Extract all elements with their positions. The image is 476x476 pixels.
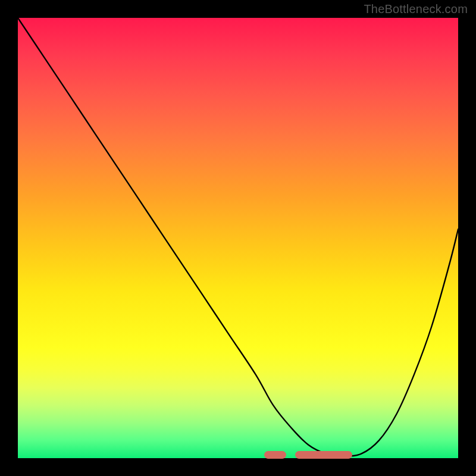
highlight-segment <box>264 451 286 459</box>
chart-curve <box>18 18 458 458</box>
watermark-text: TheBottleneck.com <box>364 2 468 16</box>
chart-plot-area <box>18 18 458 458</box>
highlight-segment <box>295 451 352 459</box>
